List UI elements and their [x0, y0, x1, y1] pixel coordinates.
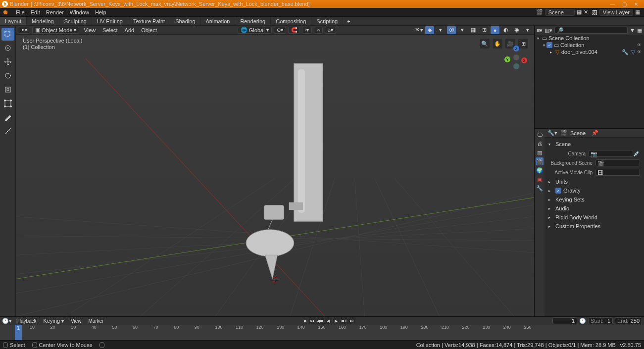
start-frame-field[interactable]: Start:1 — [588, 317, 613, 324]
shading-rendered[interactable]: ◉ — [512, 26, 521, 34]
nav-zoom-button[interactable]: 🔍 — [480, 39, 490, 49]
gizmo-y-axis[interactable]: Y — [504, 56, 510, 62]
gizmos-toggle[interactable]: ◆ — [425, 26, 434, 34]
visibility-toggle[interactable]: 👁 — [637, 50, 644, 54]
prop-tab-scene[interactable]: 🎬 — [536, 157, 544, 165]
menu-edit[interactable]: Edit — [28, 9, 43, 15]
panel-keying-sets[interactable]: ▸Keying Sets — [548, 195, 640, 204]
overlays-toggle[interactable]: ⦿ — [447, 26, 456, 34]
jump-start-button[interactable]: ⏮ — [309, 317, 316, 324]
overlays-dropdown[interactable]: ▾ — [458, 26, 467, 34]
outliner-filter[interactable]: ▼ — [630, 27, 635, 33]
outliner-display-mode[interactable]: ▥▾ — [545, 27, 552, 34]
tool-scale[interactable] — [1, 83, 14, 96]
orientation-selector[interactable]: 🌐 Global ▾ — [238, 27, 272, 34]
scene-browse-icon[interactable]: ▦ — [577, 9, 582, 15]
gizmo-x-axis[interactable]: X — [521, 57, 527, 63]
shading-lookdev[interactable]: ◐ — [501, 26, 510, 34]
viewlayer-new-icon[interactable]: ▦ — [635, 9, 640, 15]
tool-transform[interactable] — [1, 97, 14, 110]
tab-texture-paint[interactable]: Texture Paint — [128, 17, 170, 25]
tab-sculpting[interactable]: Sculpting — [59, 17, 92, 25]
tab-compositing[interactable]: Compositing — [271, 17, 311, 25]
viewlayer-selector[interactable]: 🖼 View Layer ▦ — [590, 9, 642, 16]
gizmos-dropdown[interactable]: ▾ — [436, 26, 445, 34]
play-button[interactable]: ▶ — [333, 317, 340, 324]
tool-annotate[interactable] — [1, 111, 14, 124]
clip-field[interactable]: 🎞 — [595, 169, 640, 176]
timeline-ruler[interactable]: 1 10203040506070809010011012013014015016… — [0, 325, 644, 340]
tool-select-box[interactable] — [1, 28, 14, 41]
outliner-new-collection[interactable]: ▦ — [637, 27, 642, 34]
shading-wireframe[interactable]: ⊞ — [480, 26, 489, 34]
panel-scene[interactable]: ▾Scene — [548, 140, 640, 149]
tab-shading[interactable]: Shading — [170, 17, 200, 25]
viewport-canvas[interactable]: User Perspective (Local) (1) Collection … — [16, 35, 534, 316]
outliner-search[interactable]: 🔎 — [554, 27, 628, 34]
navigation-gizmo[interactable]: X Y Z — [504, 46, 528, 69]
pin-icon[interactable]: 📌 — [592, 130, 598, 136]
vp-menu-object[interactable]: Object — [139, 27, 159, 33]
tab-rendering[interactable]: Rendering — [235, 17, 271, 25]
snap-toggle[interactable]: 🧲 — [288, 27, 300, 34]
tool-move[interactable] — [1, 55, 14, 68]
gizmo-z-axis[interactable]: Z — [513, 46, 519, 51]
panel-gravity[interactable]: ▸✓Gravity — [548, 186, 640, 195]
eyedropper-icon[interactable]: 💉 — [633, 150, 640, 157]
camera-field[interactable]: 📷 — [589, 150, 633, 157]
properties-editor-type[interactable]: 🔧▾ — [547, 130, 557, 136]
play-reverse-button[interactable]: ◀ — [325, 317, 332, 324]
close-button[interactable]: ✕ — [630, 1, 642, 7]
menu-help[interactable]: Help — [92, 9, 109, 15]
end-frame-field[interactable]: End:250 — [615, 317, 642, 324]
vp-menu-add[interactable]: Add — [122, 27, 137, 33]
object-types-visibility[interactable]: 👁▾ — [414, 26, 423, 34]
proportional-falloff[interactable]: ⌂▾ — [325, 27, 336, 34]
panel-custom-props[interactable]: ▸Custom Properties — [548, 222, 640, 231]
prop-tab-output[interactable]: 🖨 — [536, 140, 544, 148]
snap-type[interactable]: ▫▾ — [302, 27, 312, 34]
menu-render[interactable]: Render — [43, 9, 67, 15]
visibility-toggle[interactable]: 👁 — [637, 43, 644, 48]
tl-menu-keying[interactable]: Keying ▾ — [41, 318, 66, 324]
prop-tab-viewlayer[interactable]: ▤ — [536, 149, 544, 156]
maximize-button[interactable]: ▢ — [618, 1, 630, 7]
tool-measure[interactable] — [1, 125, 14, 138]
tree-object-door-pivot[interactable]: ▸ ▽ door_pivot.004 🔧 ▽ 👁 — [535, 49, 644, 55]
outliner-editor-type[interactable]: ≡▾ — [537, 27, 543, 34]
gravity-checkbox[interactable]: ✓ — [555, 188, 561, 194]
proportional-edit[interactable]: ○ — [314, 27, 323, 34]
tl-menu-playback[interactable]: Playback — [14, 318, 39, 324]
bg-scene-field[interactable]: 🎬 — [595, 159, 640, 166]
scene-new-icon[interactable]: ✕ — [584, 9, 588, 15]
current-frame-field[interactable]: 1 — [552, 317, 577, 324]
mode-selector[interactable]: ▣ Object Mode ▾ — [32, 27, 79, 34]
editor-type-button[interactable]: ✦▾ — [18, 27, 30, 34]
panel-units[interactable]: ▸Units — [548, 177, 640, 186]
shading-solid[interactable]: ● — [491, 26, 499, 34]
jump-end-button[interactable]: ⏭ — [348, 317, 355, 324]
prop-tab-world[interactable]: 🌍 — [536, 166, 544, 174]
tab-animation[interactable]: Animation — [201, 17, 236, 25]
prop-tab-modifiers[interactable]: 🔧 — [536, 184, 544, 192]
nav-pan-button[interactable]: ✋ — [493, 39, 502, 49]
keyframe-next-button[interactable]: ⏺▶ — [341, 317, 347, 324]
xray-toggle[interactable]: ▦ — [469, 26, 478, 34]
vp-menu-view[interactable]: View — [81, 27, 98, 33]
tool-rotate[interactable] — [1, 69, 14, 82]
playhead[interactable]: 1 — [15, 325, 22, 340]
timeline-editor-type[interactable]: 🕐▾ — [2, 318, 12, 324]
outliner-tree[interactable]: ▾▭ Scene Collection ▾ ✓ ▭ Collection 👁 ▸… — [535, 35, 644, 128]
tree-collection[interactable]: ▾ ✓ ▭ Collection 👁 — [535, 42, 644, 49]
tab-layout[interactable]: Layout — [0, 17, 27, 25]
panel-rigid-body[interactable]: ▸Rigid Body World — [548, 213, 640, 222]
tab-modeling[interactable]: Modeling — [27, 17, 59, 25]
shading-dropdown[interactable]: ▾ — [523, 26, 532, 34]
tree-scene-collection[interactable]: ▾▭ Scene Collection — [535, 35, 644, 42]
tab-uv-editing[interactable]: UV Editing — [92, 17, 128, 25]
panel-audio[interactable]: ▸Audio — [548, 204, 640, 213]
add-workspace-button[interactable]: + — [343, 18, 354, 24]
tab-scripting[interactable]: Scripting — [311, 17, 343, 25]
use-preview-range[interactable]: 🕐 — [579, 318, 586, 324]
auto-keying-toggle[interactable]: ● — [303, 318, 307, 324]
